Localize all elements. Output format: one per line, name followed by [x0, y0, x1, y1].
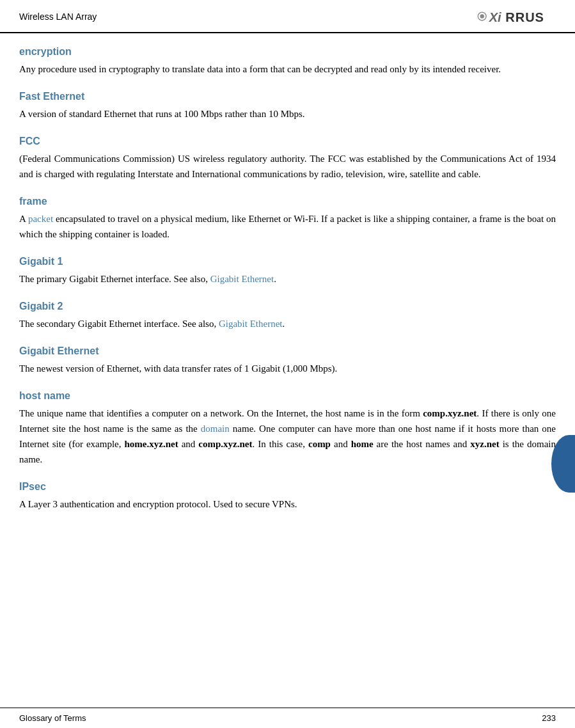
header-title: Wireless LAN Array [19, 12, 97, 22]
entry-gigabit2: Gigabit 2 The secondary Gigabit Ethernet… [19, 301, 556, 331]
hostname-bold6: xyz.net [470, 439, 499, 449]
entry-body-fcc: (Federal Communications Commission) US w… [19, 151, 556, 182]
entry-body-host-name: The unique name that identifies a comput… [19, 406, 556, 467]
svg-text:Xi: Xi [489, 10, 501, 24]
entry-body-fast-ethernet: A version of standard Ethernet that runs… [19, 106, 556, 122]
page-container: Wireless LAN Array Xi RRUS encryption An… [0, 0, 575, 728]
hostname-bold4: comp [308, 439, 331, 449]
hostname-bold5: home [351, 439, 374, 449]
entry-title-fcc: FCC [19, 136, 556, 147]
svg-text:RRUS: RRUS [505, 10, 544, 24]
entry-title-gigabit2: Gigabit 2 [19, 301, 556, 312]
entry-title-frame: frame [19, 196, 556, 207]
logo-container: Xi RRUS [473, 6, 556, 27]
entry-ipsec: IPsec A Layer 3 authentication and encry… [19, 481, 556, 512]
entry-host-name: host name The unique name that identifie… [19, 390, 556, 467]
svg-point-1 [480, 14, 484, 18]
entry-body-encryption: Any procedure used in cryptography to tr… [19, 61, 556, 77]
frame-packet-link[interactable]: packet [28, 214, 53, 224]
hostname-bold3: comp.xyz.net [198, 439, 252, 449]
entry-fcc: FCC (Federal Communications Commission) … [19, 136, 556, 182]
entry-body-gigabit1: The primary Gigabit Ethernet interface. … [19, 271, 556, 287]
entry-frame: frame A packet encapsulated to travel on… [19, 196, 556, 242]
entry-title-fast-ethernet: Fast Ethernet [19, 91, 556, 102]
entry-title-gigabit-ethernet: Gigabit Ethernet [19, 345, 556, 357]
hostname-bold2: home.xyz.net [125, 439, 178, 449]
gigabit1-link[interactable]: Gigabit Ethernet [210, 274, 274, 284]
xirrus-logo-svg: Xi RRUS [473, 6, 556, 27]
entry-body-frame: A packet encapsulated to travel on a phy… [19, 211, 556, 242]
entry-title-gigabit1: Gigabit 1 [19, 256, 556, 267]
entry-fast-ethernet: Fast Ethernet A version of standard Ethe… [19, 91, 556, 122]
entry-encryption: encryption Any procedure used in cryptog… [19, 46, 556, 77]
entry-gigabit1: Gigabit 1 The primary Gigabit Ethernet i… [19, 256, 556, 287]
page-footer: Glossary of Terms 233 [0, 708, 575, 728]
page-header: Wireless LAN Array Xi RRUS [0, 0, 575, 33]
hostname-domain-link[interactable]: domain [201, 423, 230, 434]
entry-title-ipsec: IPsec [19, 481, 556, 493]
footer-right: 233 [542, 713, 556, 723]
entry-title-encryption: encryption [19, 46, 556, 58]
entry-title-host-name: host name [19, 390, 556, 402]
hostname-bold1: comp.xyz.net [423, 408, 477, 418]
entry-body-gigabit2: The secondary Gigabit Ethernet interface… [19, 316, 556, 331]
entry-body-gigabit-ethernet: The newest version of Ethernet, with dat… [19, 361, 556, 376]
gigabit2-link[interactable]: Gigabit Ethernet [219, 319, 283, 329]
entry-gigabit-ethernet: Gigabit Ethernet The newest version of E… [19, 345, 556, 376]
footer-left: Glossary of Terms [19, 713, 86, 723]
entry-body-ipsec: A Layer 3 authentication and encryption … [19, 496, 556, 512]
main-content: encryption Any procedure used in cryptog… [0, 46, 575, 512]
